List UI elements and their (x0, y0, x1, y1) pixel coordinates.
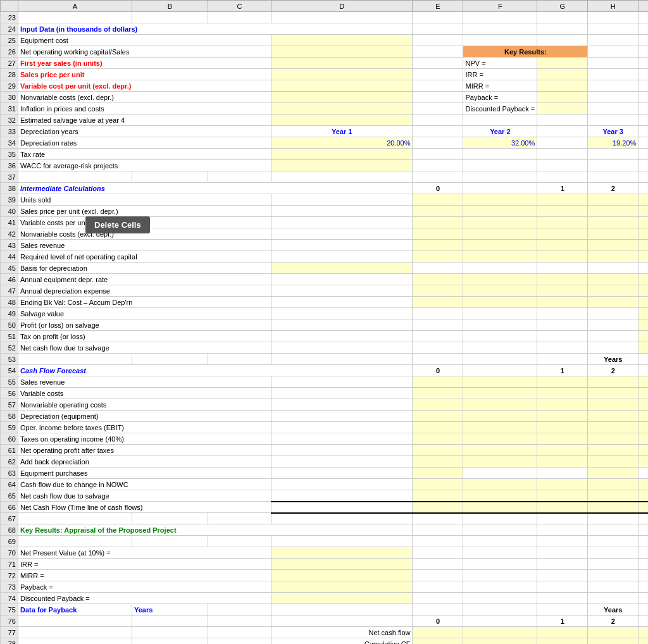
cell-52d[interactable] (271, 342, 413, 354)
cell-42f[interactable] (463, 228, 537, 240)
cell-72i[interactable] (639, 570, 648, 581)
cell-48d[interactable] (271, 297, 413, 308)
cell-73f[interactable] (463, 581, 537, 593)
cell-70i[interactable] (639, 547, 648, 559)
col-header-i[interactable]: I (639, 1, 648, 12)
cell-70a[interactable]: Net Present Value (at 10%) = (18, 547, 271, 559)
cell-52i[interactable] (639, 342, 648, 354)
cell-25e[interactable] (413, 35, 463, 46)
cell-67b[interactable] (132, 513, 208, 524)
cell-35f[interactable] (463, 149, 537, 160)
cell-76e[interactable]: 0 (413, 616, 463, 627)
cell-67c[interactable] (208, 513, 271, 524)
cell-34d[interactable]: 20.00% (271, 137, 413, 149)
cell-59d[interactable] (271, 422, 413, 433)
cell-38a[interactable]: Intermediate Calculations (18, 183, 413, 194)
cell-74i[interactable] (639, 593, 648, 604)
cell-48i[interactable] (639, 297, 648, 308)
cell-38f[interactable] (463, 183, 537, 194)
cell-45e[interactable] (413, 263, 463, 274)
cell-59g[interactable] (537, 422, 588, 433)
cell-32e[interactable] (413, 115, 463, 126)
cell-50h[interactable] (588, 319, 639, 331)
cell-46i[interactable] (639, 274, 648, 285)
cell-52f[interactable] (463, 342, 537, 354)
cell-32h[interactable] (588, 115, 639, 126)
col-header-b[interactable]: B (132, 1, 208, 12)
cell-39i[interactable] (639, 194, 648, 206)
cell-59a[interactable]: Oper. income before taxes (EBIT) (18, 422, 271, 433)
cell-46e[interactable] (413, 274, 463, 285)
col-header-g[interactable]: G (537, 1, 588, 12)
cell-27h[interactable] (588, 58, 639, 69)
cell-55h[interactable] (588, 376, 639, 388)
cell-36d[interactable] (271, 160, 413, 171)
cell-60d[interactable] (271, 433, 413, 445)
cell-28a[interactable]: Sales price per unit (18, 69, 271, 80)
cell-61d[interactable] (271, 445, 413, 456)
cell-76h[interactable]: 2 (588, 616, 639, 627)
cell-27f[interactable]: NPV = (463, 58, 537, 69)
cell-23i[interactable] (639, 12, 648, 23)
cell-78c[interactable] (208, 638, 271, 645)
cell-47i[interactable] (639, 285, 648, 297)
cell-41i[interactable] (639, 217, 648, 228)
cell-78g[interactable] (537, 638, 588, 645)
cell-31a[interactable]: Inflation in prices and costs (18, 103, 271, 115)
cell-65f[interactable] (463, 490, 537, 502)
delete-cells-tooltip[interactable]: Delete Cells (85, 216, 150, 233)
cell-66e[interactable] (413, 502, 463, 513)
cell-67e[interactable] (413, 513, 463, 524)
cell-72h[interactable] (588, 570, 639, 581)
cell-66i[interactable] (639, 502, 648, 513)
cell-67h[interactable] (588, 513, 639, 524)
cell-27e[interactable] (413, 58, 463, 69)
cell-54a[interactable]: Cash Flow Forecast (18, 365, 413, 376)
cell-78d[interactable]: Cumulative CF (271, 638, 413, 645)
cell-60h[interactable] (588, 433, 639, 445)
cell-73e[interactable] (413, 581, 463, 593)
cell-77h[interactable] (588, 627, 639, 638)
cell-25a[interactable]: Equipment cost (18, 35, 271, 46)
cell-58g[interactable] (537, 411, 588, 422)
cell-33a[interactable]: Depreciation years (18, 126, 271, 137)
cell-68a[interactable]: Key Results: Appraisal of the Proposed P… (18, 524, 413, 536)
cell-52a[interactable]: Net cash flow due to salvage (18, 342, 271, 354)
cell-46a[interactable]: Annual equipment depr. rate (18, 274, 271, 285)
cell-38g[interactable]: 1 (537, 183, 588, 194)
cell-45d[interactable] (271, 263, 413, 274)
cell-30f[interactable]: Payback = (463, 92, 537, 103)
cell-75g[interactable] (537, 604, 588, 616)
cell-69b[interactable] (132, 536, 208, 547)
cell-71g[interactable] (537, 559, 588, 570)
cell-47f[interactable] (463, 285, 537, 297)
cell-54h[interactable]: 2 (588, 365, 639, 376)
cell-38i[interactable]: 3 (639, 183, 648, 194)
cell-59f[interactable] (463, 422, 537, 433)
cell-45g[interactable] (537, 263, 588, 274)
cell-45i[interactable] (639, 263, 648, 274)
cell-24e[interactable] (413, 23, 463, 35)
cell-30e[interactable] (413, 92, 463, 103)
cell-29f[interactable]: MIRR = (463, 80, 537, 92)
cell-30a[interactable]: Nonvariable costs (excl. depr.) (18, 92, 271, 103)
cell-49e[interactable] (413, 308, 463, 319)
cell-57a[interactable]: Nonvariable operating costs (18, 399, 271, 411)
cell-34g[interactable] (537, 137, 588, 149)
cell-29g[interactable] (537, 80, 588, 92)
cell-23f[interactable] (463, 12, 537, 23)
cell-60i[interactable] (639, 433, 648, 445)
cell-55i[interactable] (639, 376, 648, 388)
cell-44f[interactable] (463, 251, 537, 263)
cell-73g[interactable] (537, 581, 588, 593)
cell-37b[interactable] (132, 171, 208, 183)
cell-37h[interactable] (588, 171, 639, 183)
cell-57f[interactable] (463, 399, 537, 411)
cell-33e[interactable] (413, 126, 463, 137)
cell-71e[interactable] (413, 559, 463, 570)
cell-24h[interactable] (588, 23, 639, 35)
cell-31d[interactable] (271, 103, 413, 115)
cell-26e[interactable] (413, 46, 463, 58)
cell-29d[interactable] (271, 80, 413, 92)
cell-65g[interactable] (537, 490, 588, 502)
